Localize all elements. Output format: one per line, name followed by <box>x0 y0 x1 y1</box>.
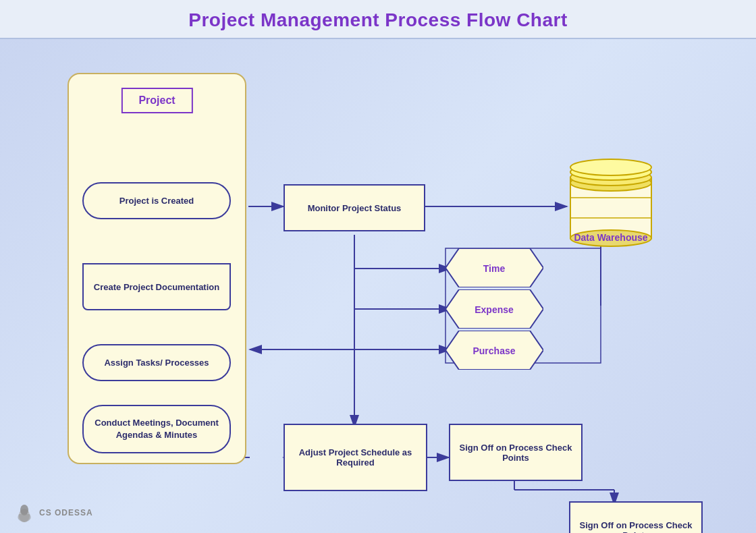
svg-point-25 <box>570 159 651 175</box>
logo-icon <box>14 502 35 524</box>
svg-text:Expense: Expense <box>475 304 514 315</box>
node-assign-tasks: Assign Tasks/ Processes <box>82 344 231 381</box>
data-warehouse-label: Data Warehouse <box>567 232 655 243</box>
swimlane-title: Project <box>121 88 192 113</box>
node-create-doc: Create Project Documentation <box>82 263 231 310</box>
swimlane-project: Project Project is Created Create Projec… <box>68 73 246 464</box>
node-expense: Expense <box>446 289 543 329</box>
page-title: Project Management Process Flow Chart <box>188 9 568 30</box>
node-project-created: Project is Created <box>82 182 231 219</box>
svg-point-33 <box>20 505 28 515</box>
logo-text: CS ODESSA <box>39 508 93 517</box>
node-adjust-schedule: Adjust Project Schedule as Required <box>284 424 427 491</box>
title-bar: Project Management Process Flow Chart <box>0 0 756 39</box>
node-purchase: Purchase <box>446 331 543 370</box>
node-time: Time <box>446 248 543 287</box>
svg-text:Purchase: Purchase <box>473 345 515 356</box>
node-signoff-2: Sign Off on Process Check Points <box>569 501 703 533</box>
node-signoff-1: Sign Off on Process Check Points <box>449 424 583 481</box>
node-data-warehouse: Data Warehouse <box>567 157 655 248</box>
node-conduct-meetings: Conduct Meetings, Document Agendas & Min… <box>82 405 231 453</box>
svg-text:Time: Time <box>483 263 506 274</box>
diagram-area: Project Project is Created Create Projec… <box>0 39 756 532</box>
node-monitor-status: Monitor Project Status <box>284 184 425 231</box>
logo: CS ODESSA <box>14 502 93 524</box>
